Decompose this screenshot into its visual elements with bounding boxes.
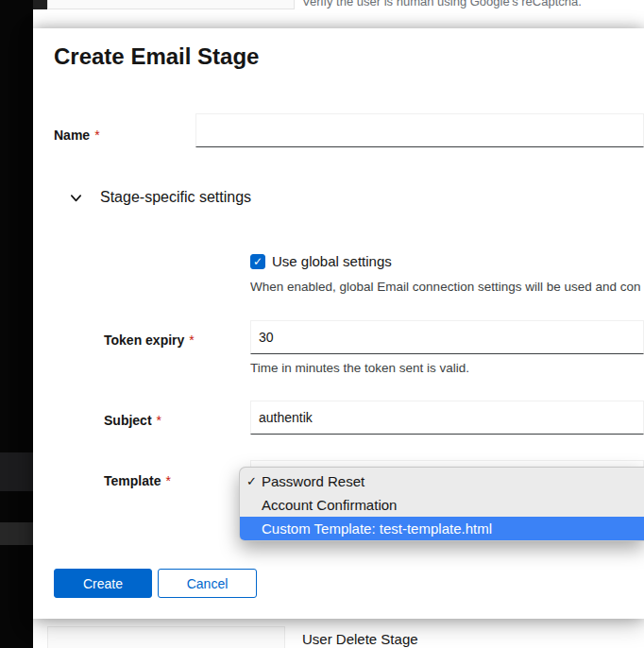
background-help-text: Verify the user is human using Google's … [302,0,582,9]
sidebar-item-shade [0,522,33,545]
dropdown-option-custom-template[interactable]: Custom Template: test-template.html [240,517,644,540]
subject-input[interactable] [250,401,644,435]
token-expiry-help: Time in minutes the token sent is valid. [250,361,469,375]
background-row-label: User Delete Stage [302,631,418,647]
name-field-label: Name* [54,128,100,143]
section-label: Stage-specific settings [100,189,251,206]
cancel-button[interactable]: Cancel [158,569,257,598]
use-global-settings-checkbox[interactable]: ✓ [250,254,265,269]
subject-label: Subject* [104,413,161,428]
name-input[interactable] [195,113,644,147]
modal-title: Create Email Stage [54,43,259,70]
use-global-settings-help: When enabled, global Email connection se… [250,280,644,294]
required-asterisk: * [189,333,194,348]
token-expiry-label: Token expiry* [104,333,195,348]
create-email-stage-modal: Create Email Stage Name* Stage-specific … [33,28,644,619]
background-page-top: Verify the user is human using Google's … [33,0,644,28]
background-page-bottom: User Delete Stage [33,619,644,648]
app-sidebar [0,0,33,648]
check-icon: ✓ [253,255,263,268]
required-asterisk: * [94,128,99,143]
sidebar-item-shade [0,452,33,491]
create-button[interactable]: Create [54,569,152,598]
background-table-cell [47,626,285,648]
dropdown-option-account-confirmation[interactable]: Account Confirmation [240,493,644,517]
token-expiry-input[interactable] [250,320,644,354]
required-asterisk: * [165,473,170,488]
required-asterisk: * [157,413,161,428]
dropdown-option-password-reset[interactable]: ✓ Password Reset [240,469,644,493]
section-toggle[interactable]: Stage-specific settings [69,189,251,206]
selected-check-icon: ✓ [246,474,257,488]
chevron-down-icon [69,191,83,205]
template-label: Template* [104,473,171,488]
background-table-cell [47,0,295,9]
template-dropdown-menu: ✓ Password Reset Account Confirmation Cu… [239,467,644,541]
use-global-settings-label[interactable]: Use global settings [272,253,392,269]
background-table-edge [33,0,47,9]
